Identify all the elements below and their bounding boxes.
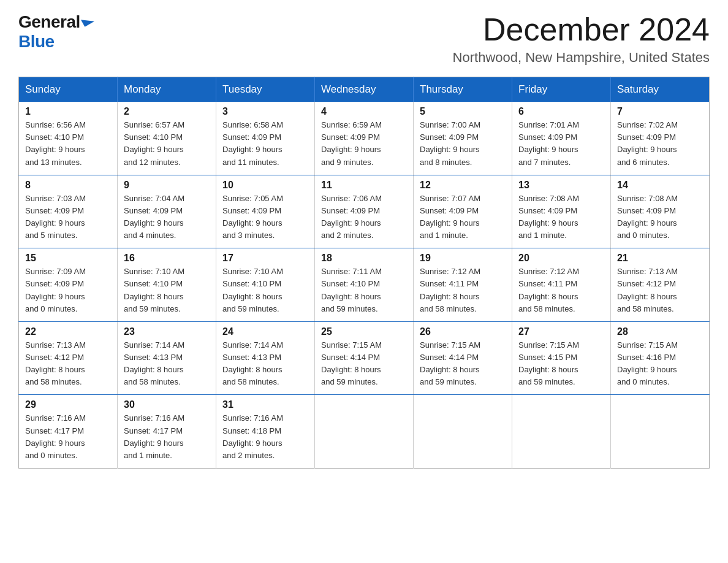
calendar-header: SundayMondayTuesdayWednesdayThursdayFrid… xyxy=(19,77,710,102)
calendar-cell xyxy=(611,395,710,469)
page-header: General Blue December 2024 Northwood, Ne… xyxy=(18,12,710,66)
day-number: 22 xyxy=(25,326,111,337)
calendar-cell: 19 Sunrise: 7:12 AMSunset: 4:11 PMDaylig… xyxy=(414,248,512,322)
day-info: Sunrise: 7:03 AMSunset: 4:09 PMDaylight:… xyxy=(25,193,111,242)
day-info: Sunrise: 7:16 AMSunset: 4:18 PMDaylight:… xyxy=(222,412,308,462)
day-info: Sunrise: 7:13 AMSunset: 4:12 PMDaylight:… xyxy=(617,266,703,315)
calendar-cell: 27 Sunrise: 7:15 AMSunset: 4:15 PMDaylig… xyxy=(512,321,611,395)
month-title: December 2024 xyxy=(453,12,710,47)
logo: General Blue xyxy=(18,12,93,52)
calendar-cell: 22 Sunrise: 7:13 AMSunset: 4:12 PMDaylig… xyxy=(19,321,118,395)
day-number: 9 xyxy=(124,180,210,191)
day-number: 12 xyxy=(420,180,506,191)
week-row-5: 29 Sunrise: 7:16 AMSunset: 4:17 PMDaylig… xyxy=(19,395,710,469)
logo-general-text: General xyxy=(18,12,80,32)
day-info: Sunrise: 7:09 AMSunset: 4:09 PMDaylight:… xyxy=(25,266,111,315)
day-info: Sunrise: 7:11 AMSunset: 4:10 PMDaylight:… xyxy=(321,266,407,315)
day-number: 18 xyxy=(321,253,407,264)
day-info: Sunrise: 6:57 AMSunset: 4:10 PMDaylight:… xyxy=(124,119,210,169)
header-monday: Monday xyxy=(118,77,216,102)
day-number: 5 xyxy=(420,106,506,117)
calendar-cell: 7 Sunrise: 7:02 AMSunset: 4:09 PMDayligh… xyxy=(611,102,710,175)
calendar-cell: 30 Sunrise: 7:16 AMSunset: 4:17 PMDaylig… xyxy=(118,395,216,469)
calendar-cell xyxy=(414,395,512,469)
calendar-cell: 10 Sunrise: 7:05 AMSunset: 4:09 PMDaylig… xyxy=(216,175,315,248)
day-number: 11 xyxy=(321,180,407,191)
day-number: 20 xyxy=(518,253,604,264)
calendar-cell: 29 Sunrise: 7:16 AMSunset: 4:17 PMDaylig… xyxy=(19,395,118,469)
day-info: Sunrise: 7:10 AMSunset: 4:10 PMDaylight:… xyxy=(222,266,308,315)
day-info: Sunrise: 7:15 AMSunset: 4:14 PMDaylight:… xyxy=(321,339,407,389)
day-number: 31 xyxy=(222,399,308,410)
calendar-cell: 4 Sunrise: 6:59 AMSunset: 4:09 PMDayligh… xyxy=(315,102,414,175)
day-number: 29 xyxy=(25,399,111,410)
day-info: Sunrise: 7:13 AMSunset: 4:12 PMDaylight:… xyxy=(25,339,111,389)
day-number: 7 xyxy=(617,106,703,117)
header-sunday: Sunday xyxy=(19,77,118,102)
day-number: 6 xyxy=(518,106,604,117)
day-number: 27 xyxy=(518,326,604,337)
day-info: Sunrise: 7:10 AMSunset: 4:10 PMDaylight:… xyxy=(124,266,210,315)
calendar-cell: 8 Sunrise: 7:03 AMSunset: 4:09 PMDayligh… xyxy=(19,175,118,248)
calendar-cell: 20 Sunrise: 7:12 AMSunset: 4:11 PMDaylig… xyxy=(512,248,611,322)
day-number: 14 xyxy=(617,180,703,191)
day-info: Sunrise: 7:05 AMSunset: 4:09 PMDaylight:… xyxy=(222,193,308,242)
logo-blue-text: Blue xyxy=(18,32,55,52)
day-number: 8 xyxy=(25,180,111,191)
day-number: 1 xyxy=(25,106,111,117)
calendar-cell: 1 Sunrise: 6:56 AMSunset: 4:10 PMDayligh… xyxy=(19,102,118,175)
day-number: 25 xyxy=(321,326,407,337)
day-number: 24 xyxy=(222,326,308,337)
calendar-cell: 24 Sunrise: 7:14 AMSunset: 4:13 PMDaylig… xyxy=(216,321,315,395)
title-block: December 2024 Northwood, New Hampshire, … xyxy=(453,12,710,66)
day-info: Sunrise: 7:15 AMSunset: 4:16 PMDaylight:… xyxy=(617,339,703,389)
location-text: Northwood, New Hampshire, United States xyxy=(453,50,710,66)
day-info: Sunrise: 7:14 AMSunset: 4:13 PMDaylight:… xyxy=(124,339,210,389)
calendar-cell: 25 Sunrise: 7:15 AMSunset: 4:14 PMDaylig… xyxy=(315,321,414,395)
calendar-cell: 18 Sunrise: 7:11 AMSunset: 4:10 PMDaylig… xyxy=(315,248,414,322)
day-number: 15 xyxy=(25,253,111,264)
day-info: Sunrise: 7:04 AMSunset: 4:09 PMDaylight:… xyxy=(124,193,210,242)
week-row-2: 8 Sunrise: 7:03 AMSunset: 4:09 PMDayligh… xyxy=(19,175,710,248)
day-info: Sunrise: 7:14 AMSunset: 4:13 PMDaylight:… xyxy=(222,339,308,389)
day-info: Sunrise: 7:16 AMSunset: 4:17 PMDaylight:… xyxy=(25,412,111,462)
day-info: Sunrise: 7:08 AMSunset: 4:09 PMDaylight:… xyxy=(617,193,703,242)
day-number: 23 xyxy=(124,326,210,337)
day-info: Sunrise: 7:16 AMSunset: 4:17 PMDaylight:… xyxy=(124,412,210,462)
calendar-cell: 9 Sunrise: 7:04 AMSunset: 4:09 PMDayligh… xyxy=(118,175,216,248)
header-row: SundayMondayTuesdayWednesdayThursdayFrid… xyxy=(19,77,710,102)
day-info: Sunrise: 7:02 AMSunset: 4:09 PMDaylight:… xyxy=(617,119,703,169)
day-info: Sunrise: 7:07 AMSunset: 4:09 PMDaylight:… xyxy=(420,193,506,242)
day-number: 16 xyxy=(124,253,210,264)
day-info: Sunrise: 7:06 AMSunset: 4:09 PMDaylight:… xyxy=(321,193,407,242)
calendar-cell xyxy=(512,395,611,469)
calendar-cell: 6 Sunrise: 7:01 AMSunset: 4:09 PMDayligh… xyxy=(512,102,611,175)
week-row-4: 22 Sunrise: 7:13 AMSunset: 4:12 PMDaylig… xyxy=(19,321,710,395)
header-saturday: Saturday xyxy=(611,77,710,102)
header-wednesday: Wednesday xyxy=(315,77,414,102)
calendar-cell: 15 Sunrise: 7:09 AMSunset: 4:09 PMDaylig… xyxy=(19,248,118,322)
day-number: 2 xyxy=(124,106,210,117)
day-info: Sunrise: 6:58 AMSunset: 4:09 PMDaylight:… xyxy=(222,119,308,169)
header-friday: Friday xyxy=(512,77,611,102)
day-number: 26 xyxy=(420,326,506,337)
day-info: Sunrise: 6:56 AMSunset: 4:10 PMDaylight:… xyxy=(25,119,111,169)
day-number: 10 xyxy=(222,180,308,191)
day-number: 17 xyxy=(222,253,308,264)
day-info: Sunrise: 7:15 AMSunset: 4:15 PMDaylight:… xyxy=(518,339,604,389)
day-info: Sunrise: 7:15 AMSunset: 4:14 PMDaylight:… xyxy=(420,339,506,389)
day-number: 13 xyxy=(518,180,604,191)
calendar-cell: 31 Sunrise: 7:16 AMSunset: 4:18 PMDaylig… xyxy=(216,395,315,469)
calendar-cell: 2 Sunrise: 6:57 AMSunset: 4:10 PMDayligh… xyxy=(118,102,216,175)
day-info: Sunrise: 7:01 AMSunset: 4:09 PMDaylight:… xyxy=(518,119,604,169)
calendar-cell: 11 Sunrise: 7:06 AMSunset: 4:09 PMDaylig… xyxy=(315,175,414,248)
calendar-cell: 13 Sunrise: 7:08 AMSunset: 4:09 PMDaylig… xyxy=(512,175,611,248)
calendar-cell: 12 Sunrise: 7:07 AMSunset: 4:09 PMDaylig… xyxy=(414,175,512,248)
calendar-cell: 16 Sunrise: 7:10 AMSunset: 4:10 PMDaylig… xyxy=(118,248,216,322)
calendar-cell: 5 Sunrise: 7:00 AMSunset: 4:09 PMDayligh… xyxy=(414,102,512,175)
calendar-cell: 17 Sunrise: 7:10 AMSunset: 4:10 PMDaylig… xyxy=(216,248,315,322)
day-number: 4 xyxy=(321,106,407,117)
day-number: 28 xyxy=(617,326,703,337)
day-info: Sunrise: 6:59 AMSunset: 4:09 PMDaylight:… xyxy=(321,119,407,169)
day-number: 19 xyxy=(420,253,506,264)
